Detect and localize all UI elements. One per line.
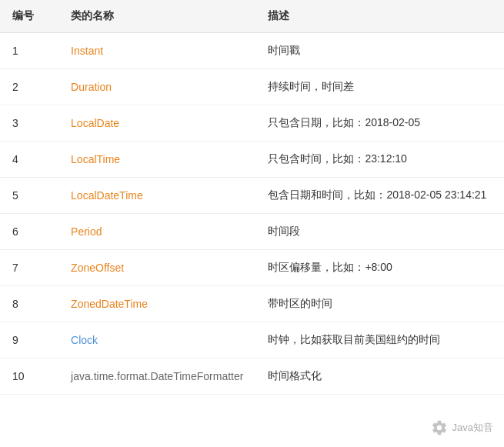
cell-id: 7: [0, 250, 58, 286]
cell-class-name[interactable]: Period: [58, 214, 255, 250]
cell-description: 时间段: [255, 214, 504, 250]
cell-description: 包含日期和时间，比如：2018-02-05 23:14:21: [255, 178, 504, 214]
cell-description: 时间格式化: [255, 359, 504, 395]
cell-class-name[interactable]: LocalDate: [58, 105, 255, 142]
cell-class-name[interactable]: Instant: [58, 33, 255, 69]
header-class: 类的名称: [58, 0, 255, 33]
class-name-link[interactable]: ZoneOffset: [71, 262, 124, 274]
table-row: 7ZoneOffset时区偏移量，比如：+8:00: [0, 250, 504, 286]
cell-class-name[interactable]: Duration: [58, 69, 255, 105]
table-row: 5LocalDateTime包含日期和时间，比如：2018-02-05 23:1…: [0, 178, 504, 214]
table-row: 6Period时间段: [0, 214, 504, 250]
table-container: 编号 类的名称 描述 1Instant时间戳2Duration持续时间，时间差3…: [0, 0, 504, 447]
watermark-text: Java知音: [452, 421, 493, 435]
class-name-link[interactable]: Duration: [71, 81, 112, 93]
cell-id: 10: [0, 359, 58, 395]
class-name-link[interactable]: LocalDateTime: [71, 189, 143, 202]
table-row: 3LocalDate只包含日期，比如：2018-02-05: [0, 105, 504, 142]
cell-id: 3: [0, 105, 58, 142]
cell-id: 4: [0, 142, 58, 178]
cell-class-name[interactable]: ZonedDateTime: [58, 286, 255, 322]
header-desc: 描述: [255, 0, 504, 33]
cell-description: 时区偏移量，比如：+8:00: [255, 250, 504, 286]
table-row: 9Clock时钟，比如获取目前美国纽约的时间: [0, 322, 504, 359]
gear-icon: [431, 419, 448, 436]
cell-class-name[interactable]: Clock: [58, 322, 255, 359]
table-row: 8ZonedDateTime带时区的时间: [0, 286, 504, 322]
header-id: 编号: [0, 0, 58, 33]
table-row: 10java.time.format.DateTimeFormatter时间格式…: [0, 359, 504, 395]
cell-class-name[interactable]: LocalTime: [58, 142, 255, 178]
cell-description: 时钟，比如获取目前美国纽约的时间: [255, 322, 504, 359]
class-name-link[interactable]: LocalDate: [71, 117, 119, 129]
cell-class-name[interactable]: LocalDateTime: [58, 178, 255, 214]
cell-description: 时间戳: [255, 33, 504, 69]
class-name-link[interactable]: ZonedDateTime: [71, 298, 148, 310]
table-row: 4LocalTime只包含时间，比如：23:12:10: [0, 142, 504, 178]
table-row: 1Instant时间戳: [0, 33, 504, 69]
cell-id: 8: [0, 286, 58, 322]
watermark: Java知音: [431, 419, 493, 436]
table-header-row: 编号 类的名称 描述: [0, 0, 504, 33]
class-name-link[interactable]: Clock: [71, 334, 98, 346]
cell-description: 只包含时间，比如：23:12:10: [255, 142, 504, 178]
table-row: 2Duration持续时间，时间差: [0, 69, 504, 105]
cell-id: 5: [0, 178, 58, 214]
class-name-link[interactable]: Instant: [71, 45, 103, 57]
cell-description: 持续时间，时间差: [255, 69, 504, 105]
cell-description: 只包含日期，比如：2018-02-05: [255, 105, 504, 142]
cell-id: 1: [0, 33, 58, 69]
cell-class-name[interactable]: ZoneOffset: [58, 250, 255, 286]
class-name-link[interactable]: java.time.format.DateTimeFormatter: [71, 370, 243, 382]
main-table: 编号 类的名称 描述 1Instant时间戳2Duration持续时间，时间差3…: [0, 0, 504, 395]
cell-id: 9: [0, 322, 58, 359]
cell-id: 2: [0, 69, 58, 105]
cell-description: 带时区的时间: [255, 286, 504, 322]
class-name-link[interactable]: Period: [71, 225, 102, 238]
class-name-link[interactable]: LocalTime: [71, 153, 120, 165]
cell-class-name[interactable]: java.time.format.DateTimeFormatter: [58, 359, 255, 395]
cell-id: 6: [0, 214, 58, 250]
